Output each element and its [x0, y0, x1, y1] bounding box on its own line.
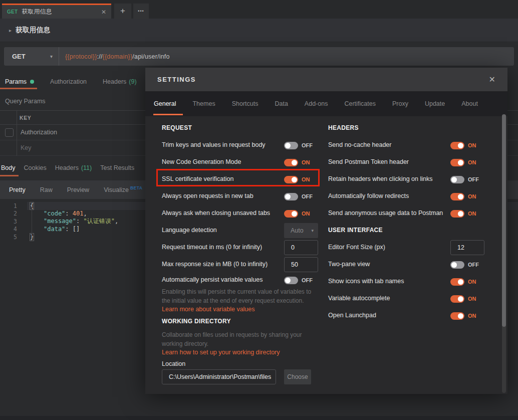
- toggle-knob: [458, 296, 463, 302]
- view-tab-visualize[interactable]: VisualizeBETA: [104, 185, 142, 193]
- beta-badge: BETA: [130, 185, 143, 190]
- toggle-state-label: ON: [468, 142, 476, 148]
- code-token: ,: [84, 210, 87, 217]
- key-cell[interactable]: Key: [21, 144, 32, 151]
- code-text: "message": "认证错误",: [30, 217, 118, 226]
- location-input[interactable]: C:\Users\Administrator\Postman\files: [162, 369, 276, 384]
- view-tab-pretty[interactable]: Pretty: [9, 186, 26, 193]
- toggle-switch[interactable]: [450, 312, 464, 320]
- settings-tab-proxy[interactable]: Proxy: [392, 91, 408, 116]
- modal-scrollbar[interactable]: [502, 114, 506, 393]
- working-directory-row: C:\Users\Administrator\Postman\filesChoo…: [162, 369, 318, 384]
- toggle-state-label: ON: [468, 193, 476, 199]
- tab-options-button[interactable]: •••: [133, 4, 149, 19]
- settings-tab-general[interactable]: General: [154, 91, 176, 116]
- toggle-switch[interactable]: [450, 210, 464, 218]
- tab-params[interactable]: Params: [5, 74, 34, 89]
- tab-headers[interactable]: Headers(11): [55, 159, 92, 176]
- setting-row-trim-keys-and-values-in-request-body: Trim keys and values in request bodyOFF: [162, 137, 318, 154]
- toggle-knob: [451, 177, 457, 182]
- setting-label: Show icons with tab names: [328, 278, 450, 286]
- toggle-state-label: OFF: [302, 277, 313, 283]
- toggle-switch[interactable]: [450, 142, 464, 149]
- settings-tab-add-ons[interactable]: Add-ons: [305, 91, 328, 116]
- toggle-switch[interactable]: [284, 210, 298, 218]
- view-tab-raw[interactable]: Raw: [40, 186, 53, 193]
- toggle-switch[interactable]: [450, 278, 464, 286]
- setting-row-always-open-requests-in-new-tab: Always open requests in new tabOFF: [162, 188, 318, 205]
- method-label: GET: [12, 53, 26, 60]
- unsaved-dot: [30, 80, 34, 84]
- setting-label: Max response size in MB (0 to infinity): [162, 261, 284, 269]
- help-text: Enabling this will persist the current v…: [162, 287, 318, 305]
- settings-tab-themes[interactable]: Themes: [192, 91, 215, 116]
- setting-input[interactable]: 50: [284, 257, 318, 272]
- setting-row-ssl-certificate-verification: SSL certificate verificationON: [162, 171, 318, 188]
- code-token: :: [65, 210, 72, 217]
- request-tab[interactable]: GET 获取用信息 ✕: [2, 4, 111, 19]
- modal-scrollbar-thumb[interactable]: [502, 114, 506, 327]
- tab-headers[interactable]: Headers(9): [103, 74, 137, 89]
- setting-row-language-detection: Language detectionAuto▾: [162, 222, 318, 239]
- code-token: "data": [44, 226, 65, 233]
- url-text: /api/user/info: [132, 53, 169, 60]
- triangle-right-icon[interactable]: ▸: [9, 28, 12, 33]
- view-tab-preview[interactable]: Preview: [67, 186, 89, 193]
- row-checkbox[interactable]: [5, 128, 14, 137]
- close-settings-icon[interactable]: ✕: [489, 75, 495, 84]
- toggle-knob: [292, 177, 297, 182]
- settings-tab-about[interactable]: About: [461, 91, 478, 116]
- settings-tab-shortcuts[interactable]: Shortcuts: [232, 91, 258, 116]
- query-params-label: Query Params: [5, 95, 46, 107]
- setting-row-max-response-size-in-mb-0-to-infinity: Max response size in MB (0 to infinity)5…: [162, 256, 318, 273]
- settings-tab-data[interactable]: Data: [275, 91, 288, 116]
- response-tabs: BodyCookiesHeaders(11)Test Results: [0, 159, 134, 176]
- setting-row-two-pane-view: Two-pane viewOFF: [328, 256, 486, 273]
- toggle-switch[interactable]: [284, 193, 298, 200]
- choose-button[interactable]: Choose: [284, 369, 311, 384]
- tab-authorization[interactable]: Authorization: [50, 74, 87, 89]
- tab-cookies[interactable]: Cookies: [24, 159, 47, 176]
- setting-label: Retain headers when clicking on links: [328, 175, 450, 183]
- setting-row-show-icons-with-tab-names: Show icons with tab namesON: [328, 273, 486, 290]
- toggle-knob: [285, 194, 291, 199]
- toggle-switch[interactable]: [284, 142, 298, 149]
- toggle-switch[interactable]: [450, 261, 464, 269]
- toggle-switch[interactable]: [450, 176, 464, 183]
- setting-row-open-launchpad: Open LaunchpadON: [328, 307, 486, 324]
- setting-select[interactable]: Auto▾: [284, 223, 318, 238]
- setting-label: Open Launchpad: [328, 312, 450, 320]
- settings-tab-update[interactable]: Update: [425, 91, 445, 116]
- toggle-switch[interactable]: [284, 159, 298, 166]
- setting-label: Send no-cache header: [328, 141, 450, 149]
- setting-input[interactable]: 12: [450, 240, 484, 255]
- settings-title: SETTINGS: [157, 76, 196, 83]
- setting-input[interactable]: 0: [284, 240, 318, 255]
- tab-test-results[interactable]: Test Results: [100, 159, 134, 176]
- toggle-switch[interactable]: [284, 176, 298, 183]
- code-token: []: [73, 226, 80, 233]
- settings-right-column: HEADERSSend no-cache headerONSend Postma…: [328, 124, 486, 324]
- toggle-state-label: OFF: [302, 142, 313, 148]
- url-input[interactable]: {{protocol}}://{{domain}}/api/user/info: [59, 53, 170, 60]
- toggle-switch[interactable]: [284, 277, 298, 284]
- learn-link-learn-more-about-variable-values[interactable]: Learn more about variable values: [162, 305, 318, 313]
- toggle-switch[interactable]: [450, 159, 464, 166]
- new-tab-button[interactable]: +: [114, 4, 131, 19]
- setting-row-request-timeout-in-ms-0-for-infinity: Request timeout in ms (0 for infinity)0: [162, 239, 318, 256]
- line-number: 4: [0, 226, 17, 233]
- close-tab-icon[interactable]: ✕: [101, 9, 106, 16]
- toggle-state-label: OFF: [468, 262, 479, 268]
- learn-link-learn-how-to-set-up-your-working-directory[interactable]: Learn how to set up your working directo…: [162, 348, 318, 356]
- settings-tab-certificates[interactable]: Certificates: [344, 91, 376, 116]
- key-cell[interactable]: Authorization: [21, 129, 57, 136]
- toggle-switch[interactable]: [450, 295, 464, 303]
- help-text: Collaborate on files used in requests by…: [162, 330, 318, 348]
- toggle-state-label: ON: [468, 313, 476, 319]
- method-selector[interactable]: GET ▾: [4, 47, 59, 66]
- toggle-state-label: OFF: [468, 176, 479, 182]
- tab-body[interactable]: Body: [1, 159, 16, 176]
- toggle-switch[interactable]: [450, 193, 464, 200]
- settings-header: SETTINGS ✕: [145, 68, 507, 91]
- count-badge: (9): [129, 78, 136, 85]
